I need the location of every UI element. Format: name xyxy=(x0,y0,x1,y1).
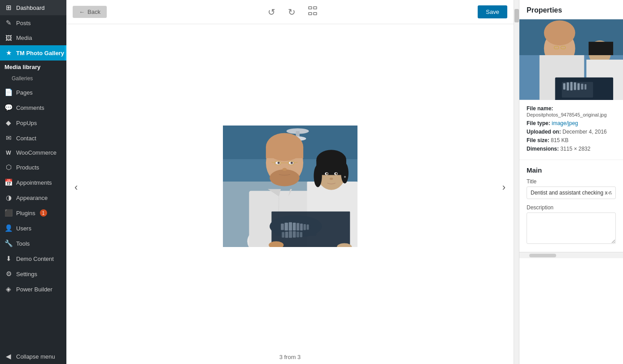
svg-point-33 xyxy=(341,163,349,183)
svg-rect-56 xyxy=(300,232,302,238)
sidebar-item-tm-photo-gallery[interactable]: ★ TM Photo Gallery xyxy=(0,45,66,61)
editor-vertical-scrollbar[interactable] xyxy=(514,0,519,364)
editor-panel: ← Back ↺ ↻ xyxy=(66,0,514,364)
image-counter: 3 from 3 xyxy=(66,350,514,364)
svg-rect-46 xyxy=(292,223,296,230)
properties-info: File name: Depositphotos_9478545_origina… xyxy=(519,100,623,160)
title-field-label: Title xyxy=(527,178,616,185)
toolbar-center: ↺ ↻ xyxy=(111,4,473,19)
collapse-menu-icon: ◀ xyxy=(4,352,13,360)
main-section-title: Main xyxy=(527,166,616,174)
users-icon: 👤 xyxy=(4,224,13,232)
thumbnail-image xyxy=(519,19,623,100)
main-image-container xyxy=(223,126,357,249)
sidebar-item-woocommerce[interactable]: W WooCommerce xyxy=(0,146,66,160)
sidebar-item-users[interactable]: 👤 Users xyxy=(0,221,66,236)
pages-icon: 📄 xyxy=(4,88,13,96)
svg-point-36 xyxy=(326,173,327,174)
appointments-icon: 📅 xyxy=(4,178,13,186)
svg-point-39 xyxy=(344,176,345,178)
plugins-icon: ⬛ xyxy=(4,209,13,217)
editor-toolbar: ← Back ↺ ↻ xyxy=(66,0,514,24)
plugins-badge: 1 xyxy=(40,209,47,217)
back-button[interactable]: ← Back xyxy=(73,6,107,18)
products-icon: ⬡ xyxy=(4,163,13,171)
sidebar-item-comments[interactable]: 💬 Comments xyxy=(0,100,66,115)
properties-title: Properties xyxy=(519,0,623,19)
svg-rect-51 xyxy=(282,232,284,238)
svg-rect-2 xyxy=(309,13,312,15)
sidebar-item-contact[interactable]: ✉ Contact xyxy=(0,130,66,146)
svg-rect-47 xyxy=(296,223,299,231)
popups-icon: ◆ xyxy=(4,119,13,127)
svg-rect-54 xyxy=(292,231,296,238)
sidebar-item-demo-content[interactable]: ⬇ Demo Content xyxy=(0,251,66,266)
sidebar-item-pages[interactable]: 📄 Pages xyxy=(0,85,66,100)
main-section: Main Title Description xyxy=(519,160,623,252)
bottom-scrollbar[interactable] xyxy=(519,252,623,258)
svg-rect-74 xyxy=(574,82,576,90)
svg-rect-72 xyxy=(567,82,569,91)
prev-image-button[interactable]: ‹ xyxy=(71,177,81,198)
sidebar-galleries-label[interactable]: Galleries xyxy=(0,73,66,85)
svg-rect-55 xyxy=(296,232,299,238)
sidebar-item-tools[interactable]: 🔧 Tools xyxy=(0,236,66,251)
next-image-button[interactable]: › xyxy=(499,177,509,198)
sidebar: ⊞ Dashboard ✎ Posts 🖼 Media ★ TM Photo G… xyxy=(0,0,66,364)
dimensions-row: Dimensions: 3115 × 2832 xyxy=(527,146,616,152)
sidebar-item-dashboard[interactable]: ⊞ Dashboard xyxy=(0,0,66,15)
main-photo xyxy=(223,126,357,247)
undo-button[interactable]: ↺ xyxy=(266,5,277,19)
content-area: ← Back ↺ ↻ xyxy=(66,0,623,364)
svg-rect-67 xyxy=(588,42,613,55)
svg-rect-3 xyxy=(314,13,317,15)
sidebar-item-products[interactable]: ⬡ Products xyxy=(0,160,66,175)
svg-rect-1 xyxy=(314,7,317,9)
properties-thumbnail xyxy=(519,19,623,100)
svg-rect-49 xyxy=(303,224,305,230)
svg-point-62 xyxy=(544,20,575,45)
back-arrow-icon: ← xyxy=(79,9,85,15)
svg-rect-43 xyxy=(281,224,284,230)
svg-rect-53 xyxy=(289,231,292,238)
woocommerce-icon: W xyxy=(4,150,13,156)
svg-rect-73 xyxy=(571,82,573,91)
description-textarea[interactable] xyxy=(527,212,616,244)
sidebar-item-power-builder[interactable]: ◈ Power Builder xyxy=(0,282,66,297)
sidebar-item-appointments[interactable]: 📅 Appointments xyxy=(0,175,66,190)
svg-rect-50 xyxy=(306,225,309,230)
svg-point-27 xyxy=(282,168,287,171)
svg-rect-45 xyxy=(288,222,292,231)
svg-rect-77 xyxy=(584,84,586,90)
fullscreen-button[interactable] xyxy=(306,4,319,19)
uploaded-on-row: Uploaded on: December 4, 2016 xyxy=(527,129,616,135)
contact-icon: ✉ xyxy=(4,134,13,142)
toolbar-right: Save xyxy=(478,5,507,18)
svg-rect-16 xyxy=(266,147,303,158)
title-input[interactable] xyxy=(527,186,616,199)
sidebar-item-appearance[interactable]: ◑ Appearance xyxy=(0,190,66,205)
file-name-row: File name: Depositphotos_9478545_origina… xyxy=(527,105,616,118)
file-type-row: File type: image/jpeg xyxy=(527,120,616,126)
dashboard-icon: ⊞ xyxy=(4,4,13,12)
save-button[interactable]: Save xyxy=(478,5,507,18)
sidebar-item-posts[interactable]: ✎ Posts xyxy=(0,15,66,30)
tools-icon: 🔧 xyxy=(4,239,13,247)
svg-rect-23 xyxy=(288,161,293,165)
sidebar-item-plugins[interactable]: ⬛ Plugins 1 xyxy=(0,205,66,221)
svg-rect-52 xyxy=(285,232,288,238)
svg-rect-75 xyxy=(577,83,579,90)
svg-rect-48 xyxy=(300,224,303,230)
posts-icon: ✎ xyxy=(4,19,13,27)
sidebar-item-settings[interactable]: ⚙ Settings xyxy=(0,266,66,282)
svg-rect-22 xyxy=(274,161,280,165)
sidebar-item-collapse-menu[interactable]: ◀ Collapse menu xyxy=(0,349,66,364)
sidebar-item-popups[interactable]: ◆ PopUps xyxy=(0,115,66,130)
redo-button[interactable]: ↻ xyxy=(286,5,297,19)
comments-icon: 💬 xyxy=(4,104,13,112)
description-field-label: Description xyxy=(527,204,616,211)
bottom-scroll-thumb[interactable] xyxy=(529,254,556,257)
image-viewer: ‹ xyxy=(66,24,514,350)
scrollbar-thumb[interactable] xyxy=(514,9,519,22)
sidebar-item-media[interactable]: 🖼 Media xyxy=(0,30,66,45)
